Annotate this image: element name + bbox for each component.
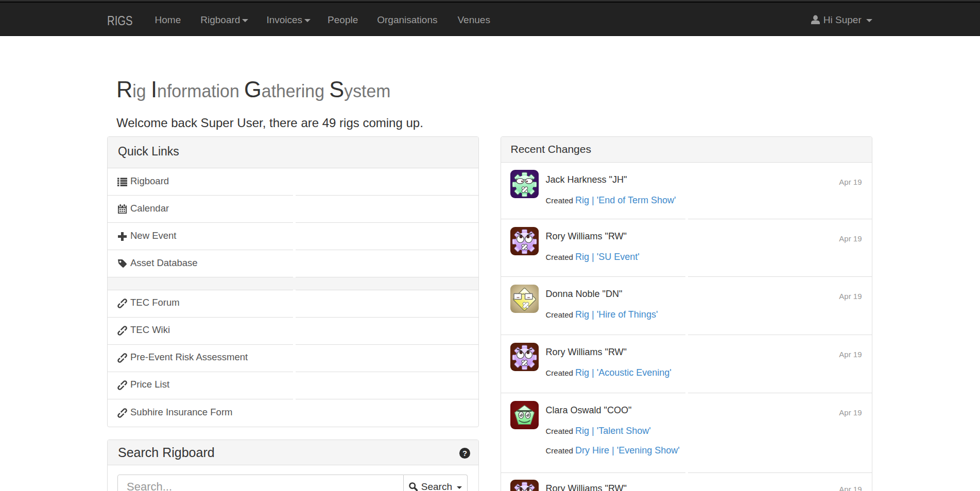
svg-text:?: ? xyxy=(462,449,467,458)
